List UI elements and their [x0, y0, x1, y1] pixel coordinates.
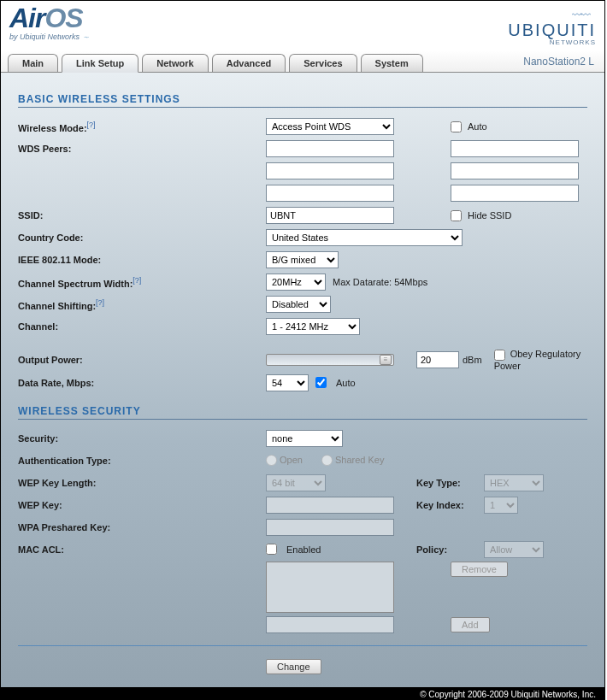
wds-peer-3[interactable] — [266, 162, 394, 179]
label-shifting: Channel Shifting: — [18, 300, 96, 310]
help-spectrum[interactable]: [?] — [133, 276, 141, 285]
wds-peer-5[interactable] — [266, 185, 394, 202]
help-wireless-mode[interactable]: [?] — [87, 121, 96, 129]
tab-advanced[interactable]: Advanced — [212, 54, 286, 72]
label-ssid: SSID: — [18, 210, 266, 221]
change-button[interactable]: Change — [266, 659, 321, 674]
country-select[interactable]: United States — [266, 229, 463, 246]
label-enabled: Enabled — [286, 544, 321, 555]
label-auth-type: Authentication Type: — [18, 456, 266, 466]
channel-shifting-select[interactable]: Disabled — [266, 296, 331, 313]
mac-acl-list[interactable] — [266, 562, 394, 613]
logo-os: OS — [44, 3, 82, 33]
wpa-psk-input[interactable] — [266, 519, 394, 536]
label-key-index: Key Index: — [416, 500, 480, 510]
label-ieee: IEEE 802.11 Mode: — [18, 255, 266, 265]
label-output-power: Output Power: — [18, 355, 266, 365]
label-spectrum: Channel Spectrum Width: — [18, 278, 133, 288]
ubiquiti-logo: 〰〰 UBIQUITI NETWORKS — [508, 4, 596, 46]
tab-system[interactable]: System — [361, 54, 423, 72]
label-open: Open — [280, 455, 303, 465]
auto-mode-checkbox[interactable] — [451, 121, 462, 132]
section-security-title: WIRELESS SECURITY — [18, 405, 587, 420]
label-policy: Policy: — [416, 544, 480, 555]
logo-subtitle: by Ubiquiti Networks — [9, 32, 90, 43]
ubiquiti-text: UBIQUITI — [508, 21, 596, 39]
wave-icon: 〰〰 — [572, 9, 589, 21]
channel-select[interactable]: 1 - 2412 MHz — [266, 318, 360, 335]
label-wpa-psk: WPA Preshared Key: — [18, 522, 266, 532]
tab-network[interactable]: Network — [142, 54, 208, 72]
content-area: BASIC WIRELESS SETTINGS Wireless Mode:[?… — [1, 73, 604, 687]
label-data-rate-auto: Auto — [336, 378, 356, 388]
obey-checkbox[interactable] — [494, 350, 505, 361]
label-wep-key: WEP Key: — [18, 500, 266, 510]
label-max-datarate: Max Datarate: 54Mbps — [333, 277, 427, 287]
output-power-input[interactable] — [416, 351, 459, 368]
label-country: Country Code: — [18, 232, 266, 243]
label-wireless-mode: Wireless Mode: — [18, 122, 87, 132]
ssid-input[interactable] — [266, 207, 394, 224]
ieee-mode-select[interactable]: B/G mixed — [266, 251, 339, 268]
wds-peer-1[interactable] — [266, 140, 394, 157]
footer-copyright: © Copyright 2006-2009 Ubiquiti Networks,… — [1, 687, 604, 700]
header: AirOS by Ubiquiti Networks 〰〰 UBIQUITI N… — [1, 1, 604, 50]
label-data-rate: Data Rate, Mbps: — [18, 378, 266, 388]
ubiquiti-subtext: NETWORKS — [508, 38, 596, 46]
wireless-mode-select[interactable]: Access Point WDS — [266, 118, 394, 135]
label-auto: Auto — [468, 121, 487, 132]
logo-air: Air — [9, 3, 44, 33]
section-basic-title: BASIC WIRELESS SETTINGS — [18, 93, 587, 108]
label-mac-acl: MAC ACL: — [18, 544, 266, 555]
auth-shared-radio[interactable] — [321, 455, 333, 466]
tab-main[interactable]: Main — [8, 54, 58, 72]
remove-button[interactable]: Remove — [451, 562, 508, 577]
tab-link-setup[interactable]: Link Setup — [62, 54, 138, 73]
hide-ssid-checkbox[interactable] — [451, 210, 462, 221]
key-index-select[interactable]: 1 — [484, 497, 518, 514]
output-power-slider[interactable]: ≡ — [266, 354, 394, 366]
label-shared: Shared Key — [335, 455, 384, 465]
help-shifting[interactable]: [?] — [96, 298, 104, 307]
mac-acl-enabled-checkbox[interactable] — [266, 544, 277, 555]
wep-length-select[interactable]: 64 bit — [266, 474, 326, 491]
wds-peer-2[interactable] — [451, 140, 579, 157]
data-rate-select[interactable]: 54 — [266, 374, 309, 391]
data-rate-auto-checkbox[interactable] — [315, 377, 327, 388]
label-hide-ssid: Hide SSID — [468, 210, 511, 221]
label-dbm: dBm — [463, 355, 482, 365]
tab-bar: Main Link Setup Network Advanced Service… — [1, 50, 604, 73]
tab-services[interactable]: Services — [289, 54, 357, 72]
add-button[interactable]: Add — [451, 617, 490, 632]
wds-peer-4[interactable] — [451, 162, 579, 179]
wep-key-input[interactable] — [266, 497, 394, 514]
mac-add-input[interactable] — [266, 616, 394, 633]
label-channel: Channel: — [18, 321, 266, 332]
spectrum-width-select[interactable]: 20MHz — [266, 274, 326, 291]
device-model: NanoStation2 L — [523, 56, 594, 68]
label-obey: Obey Regulatory Power — [494, 349, 581, 371]
airos-logo: AirOS by Ubiquiti Networks — [9, 4, 90, 43]
label-key-type: Key Type: — [416, 478, 480, 488]
key-type-select[interactable]: HEX — [484, 474, 544, 491]
divider — [18, 645, 587, 646]
policy-select[interactable]: Allow — [484, 541, 544, 558]
wds-peer-6[interactable] — [451, 185, 579, 202]
auth-open-radio[interactable] — [266, 455, 277, 466]
label-security: Security: — [18, 433, 266, 444]
security-select[interactable]: none — [266, 430, 343, 447]
label-wds-peers: WDS Peers: — [18, 144, 266, 154]
label-wep-length: WEP Key Length: — [18, 478, 266, 488]
slider-thumb-icon[interactable]: ≡ — [380, 355, 392, 365]
